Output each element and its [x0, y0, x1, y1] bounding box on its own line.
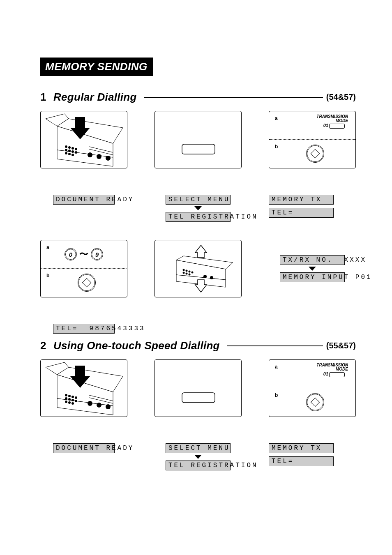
svg-point-27	[191, 272, 194, 274]
section-banner: MEMORY SENDING	[40, 58, 153, 76]
lcd-document-ready-2: DOCUMENT READY	[53, 443, 115, 453]
section2-title: Using One-touch Speed Dialling	[53, 339, 220, 352]
svg-point-18	[97, 154, 101, 159]
svg-point-9	[75, 148, 77, 150]
svg-point-43	[65, 397, 67, 400]
svg-point-29	[186, 273, 188, 275]
triangle-down-icon-2	[309, 267, 316, 271]
start-button-icon	[306, 145, 324, 163]
svg-point-6	[65, 145, 67, 148]
svg-point-13	[75, 151, 77, 154]
svg-point-17	[88, 152, 92, 157]
svg-point-45	[71, 399, 74, 401]
svg-point-48	[68, 401, 71, 404]
svg-rect-54	[182, 393, 215, 403]
svg-point-16	[71, 154, 74, 156]
svg-point-25	[186, 270, 188, 272]
lcd-document-ready: DOCUMENT READY	[53, 195, 115, 205]
section2-number: 2	[40, 339, 53, 352]
lcd-memory-tx: MEMORY TX	[269, 195, 334, 205]
lcd-select-menu: SELECT MENU	[166, 195, 231, 205]
lcd-tel-registration-2: TEL REGISTRATION	[166, 461, 231, 470]
svg-point-51	[97, 403, 101, 408]
svg-point-41	[71, 396, 74, 398]
panel-fax-scanning	[154, 240, 242, 297]
panel-dial-start: a 0 〜 9 b	[40, 240, 127, 297]
svg-point-44	[68, 398, 71, 401]
label-a-3: a	[275, 364, 278, 370]
diamond-icon	[311, 149, 320, 159]
svg-point-19	[106, 156, 111, 161]
svg-point-11	[68, 150, 71, 152]
lcd-tel-number: TEL= 9876543333	[53, 324, 115, 334]
svg-point-46	[75, 400, 77, 402]
svg-point-15	[68, 153, 71, 155]
lcd-tel-eq-2: TEL=	[269, 456, 334, 466]
section1-row2-lcds: DOCUMENT READY SELECT MENU TEL REGISTRAT…	[40, 195, 356, 222]
section1-row3: a 0 〜 9 b	[40, 240, 356, 297]
svg-point-26	[189, 271, 191, 273]
fax-illustration-icon-2	[41, 360, 127, 417]
section2-row1: a TRANSMISSION MODE 01 b	[40, 359, 356, 417]
section2-row2-lcds: DOCUMENT READY SELECT MENU TEL REGISTRAT…	[40, 443, 356, 470]
svg-point-31	[203, 275, 207, 278]
section1-row4: TEL= 9876543333	[40, 324, 356, 334]
section1-number: 1	[40, 91, 53, 104]
start-button-icon-2	[78, 274, 96, 292]
tm-line2: MODE	[316, 119, 348, 123]
section2-pageref: (55&57)	[326, 341, 356, 350]
lcd-tel-eq: TEL=	[269, 208, 334, 218]
tilde-icon: 〜	[79, 248, 88, 260]
panel-fax-load-doc	[40, 111, 127, 168]
tm-01-label: 01	[323, 123, 328, 128]
panel-transmission-mode: a TRANSMISSION MODE 01 b	[269, 111, 356, 168]
key-9-icon: 9	[91, 248, 103, 260]
key-0-icon: 0	[65, 248, 77, 260]
wide-button-icon-2	[155, 360, 242, 417]
section2-rule	[227, 345, 323, 346]
triangle-down-icon	[194, 206, 202, 210]
fax-scan-icon	[155, 240, 242, 297]
diamond-icon-3	[311, 398, 320, 407]
svg-point-40	[68, 395, 71, 397]
panel-fax-load-doc-2	[40, 359, 127, 417]
label-b: b	[275, 144, 278, 150]
lcd-txrx-no: TX/RX NO. XXXX	[280, 255, 345, 265]
svg-point-10	[65, 149, 67, 151]
wide-button-icon	[155, 111, 242, 168]
svg-point-42	[75, 396, 77, 399]
tm-01-label-2: 01	[323, 371, 328, 376]
tm-button-icon-2	[329, 372, 345, 377]
section1-heading: 1 Regular Dialling (54&57)	[40, 91, 356, 104]
svg-rect-20	[182, 144, 215, 154]
section1-row1: a TRANSMISSION MODE 01 b	[40, 111, 356, 168]
svg-point-7	[68, 146, 71, 149]
up-arrow-outline-icon	[195, 245, 207, 258]
svg-point-47	[65, 401, 67, 403]
label-b-2: b	[46, 273, 49, 279]
panel-transmission-mode-2: a TRANSMISSION MODE 01 b	[269, 359, 356, 417]
panel-press-menu-2	[154, 359, 242, 417]
svg-point-52	[106, 404, 111, 409]
svg-point-30	[189, 274, 191, 276]
lcd-select-menu-2: SELECT MENU	[166, 443, 231, 453]
svg-point-14	[65, 152, 67, 154]
section1-pageref: (54&57)	[326, 92, 356, 102]
transmission-mode-label: TRANSMISSION MODE	[316, 115, 348, 123]
lcd-memory-input: MEMORY INPUT P01	[280, 272, 345, 282]
transmission-mode-label-2: TRANSMISSION MODE	[316, 363, 348, 371]
svg-point-50	[88, 401, 92, 406]
svg-point-28	[183, 272, 185, 274]
tm-button-icon	[329, 124, 345, 129]
tm-line2-2: MODE	[316, 367, 348, 371]
section1-rule	[144, 97, 323, 98]
panel-press-menu	[154, 111, 242, 168]
label-a-2: a	[46, 244, 49, 250]
triangle-down-icon-3	[194, 455, 202, 459]
diamond-icon-2	[82, 278, 92, 288]
fax-illustration-icon	[41, 111, 127, 168]
svg-point-39	[65, 394, 67, 396]
svg-point-24	[183, 269, 185, 271]
lcd-tel-registration: TEL REGISTRATION	[166, 212, 231, 222]
svg-point-8	[71, 147, 74, 150]
